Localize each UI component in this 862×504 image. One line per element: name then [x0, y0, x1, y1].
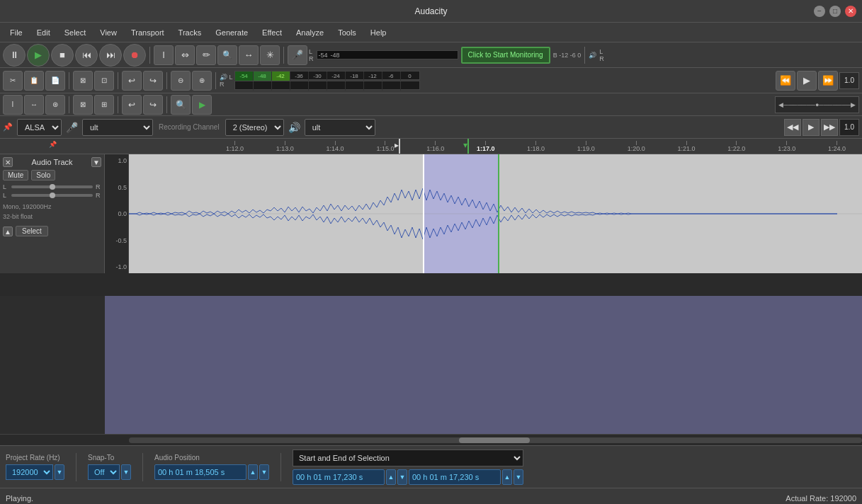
audio-position-value[interactable]: 00 h 01 m 18,505 s — [154, 464, 246, 480]
tool-envelope[interactable]: ⊠ — [73, 95, 93, 115]
menu-view[interactable]: View — [93, 25, 124, 40]
y-label--1.0: -1.0 — [106, 263, 127, 270]
undo2[interactable]: ↩ — [122, 95, 142, 115]
timeshift-tool[interactable]: ↔ — [239, 45, 259, 65]
horizontal-scrollbar[interactable] — [129, 437, 862, 443]
tool-zoom-fit[interactable]: ↔ — [24, 95, 44, 115]
selection-values: 00 h 01 m 17,230 s ▲ ▼ 00 h 01 m 17,230 … — [293, 469, 523, 485]
copy-button[interactable]: 📋 — [24, 71, 44, 91]
envelope-tool[interactable]: ⇔ — [175, 45, 195, 65]
recording-device-select[interactable]: ult — [82, 119, 153, 136]
audio-track-row: ✕ Audio Track ▼ Mute Solo L R L R — [0, 154, 862, 273]
play-button[interactable]: ▶ — [27, 44, 50, 67]
redo2[interactable]: ↪ — [143, 95, 163, 115]
zoom-in-button[interactable]: ⊕ — [192, 71, 212, 91]
trim-button[interactable]: ⊠ — [73, 71, 93, 91]
gain-slider[interactable] — [11, 185, 93, 188]
tracks-wrapper: ✕ Audio Track ▼ Mute Solo L R L R — [0, 154, 862, 296]
tmark-8: 1:20.0 — [611, 141, 662, 152]
playback-speed-slider[interactable]: ◀───────●───────▶ — [775, 96, 859, 113]
empty-track-area — [105, 296, 862, 434]
cut-button[interactable]: ✂ — [3, 71, 23, 91]
audio-host-select[interactable]: ALSA — [17, 119, 62, 136]
divider-1 — [76, 453, 76, 481]
tmark-3: 1:15.0 — [361, 141, 411, 152]
stop-button[interactable]: ■ — [51, 44, 74, 67]
menu-effect[interactable]: Effect — [255, 25, 289, 40]
waveform-area[interactable] — [129, 154, 862, 273]
snapto-select[interactable]: Off On — [88, 464, 120, 480]
snapto-dropdown[interactable]: ▼ — [121, 464, 131, 480]
playback-device-select[interactable]: ult — [305, 119, 375, 136]
pause-button[interactable]: ⏸ — [3, 44, 25, 67]
track-dropdown[interactable]: ▼ — [91, 157, 101, 167]
speed-prev[interactable]: ◀◀ — [784, 119, 801, 136]
tool-select-cursor[interactable]: I — [3, 95, 23, 115]
pin-timeline: 📌 — [49, 141, 57, 148]
mic-icon[interactable]: 🎤 — [288, 45, 307, 65]
draw-tool[interactable]: ✏ — [196, 45, 216, 65]
project-rate-select[interactable]: 192000 44100 48000 — [6, 464, 53, 480]
tool-draw2[interactable]: ⊞ — [94, 95, 114, 115]
paste-button[interactable]: 📄 — [45, 71, 65, 91]
playback-controls-row2: ⏪ ▶ ⏩ 1.0 — [776, 71, 859, 91]
toolbar-transport: ⏸ ▶ ■ ⏮ ⏭ ⏺ I ⇔ ✏ 🔍 ↔ ✳ 🎤 LR -54 -48 Cli… — [0, 42, 862, 68]
sel-start-up[interactable]: ▲ — [386, 469, 396, 485]
mute-solo-controls: Mute Solo — [3, 170, 101, 181]
close-button[interactable]: ✕ — [845, 6, 856, 17]
audio-position-up[interactable]: ▲ — [248, 464, 258, 480]
recording-channel-select[interactable]: 2 (Stereo) 1 (Mono) — [225, 119, 284, 136]
sel-end-up[interactable]: ▲ — [502, 469, 512, 485]
selection-end-value[interactable]: 00 h 01 m 17,230 s — [409, 469, 501, 485]
zoom-magnifier[interactable]: 🔍 — [171, 95, 191, 115]
mute-button[interactable]: Mute — [3, 170, 28, 181]
selection-tool[interactable]: I — [154, 45, 174, 65]
track-collapse-button[interactable]: ▲ — [3, 227, 13, 236]
track-close-button[interactable]: ✕ — [3, 157, 13, 167]
status-bar: Playing. Actual Rate: 192000 — [0, 488, 862, 504]
minimize-button[interactable]: − — [814, 6, 825, 17]
play-at-speed-prev[interactable]: ⏪ — [776, 71, 795, 91]
track-select-button[interactable]: Select — [16, 226, 48, 236]
menu-generate[interactable]: Generate — [208, 25, 255, 40]
actual-rate: Actual Rate: 192000 — [786, 494, 856, 503]
project-rate-dropdown[interactable]: ▼ — [55, 464, 64, 480]
undo-button[interactable]: ↩ — [122, 71, 142, 91]
pan-l-label: L — [3, 192, 8, 199]
sel-start-down[interactable]: ▼ — [397, 469, 407, 485]
sel-end-down[interactable]: ▼ — [514, 469, 523, 485]
tool-zoom-sel[interactable]: ⊛ — [45, 95, 65, 115]
menu-help[interactable]: Help — [363, 25, 394, 40]
audio-position-down[interactable]: ▼ — [259, 464, 269, 480]
pan-slider[interactable] — [11, 194, 93, 197]
menu-tools[interactable]: Tools — [331, 25, 363, 40]
play-at-speed[interactable]: ▶ — [797, 71, 817, 91]
selection-start-value[interactable]: 00 h 01 m 17,230 s — [293, 469, 385, 485]
menu-analyze[interactable]: Analyze — [289, 25, 331, 40]
play-at-speed-next[interactable]: ⏩ — [818, 71, 838, 91]
maximize-button[interactable]: □ — [829, 6, 841, 17]
scrollbar-thumb[interactable] — [459, 437, 530, 443]
skip-start-button[interactable]: ⏮ — [75, 44, 98, 67]
redo-button[interactable]: ↪ — [143, 71, 163, 91]
monitor-button[interactable]: Click to Start Monitoring — [461, 47, 550, 64]
speed-next[interactable]: ▶▶ — [821, 119, 838, 136]
menu-select[interactable]: Select — [57, 25, 93, 40]
menu-tracks[interactable]: Tracks — [171, 25, 209, 40]
play-btn2[interactable]: ▶ — [192, 95, 212, 115]
snapto-controls: Off On ▼ — [88, 464, 131, 480]
multi-tool[interactable]: ✳ — [260, 45, 280, 65]
menu-file[interactable]: File — [3, 25, 30, 40]
silence-button[interactable]: ⊡ — [94, 71, 114, 91]
record-button[interactable]: ⏺ — [123, 44, 146, 67]
speed-play[interactable]: ▶ — [803, 119, 820, 136]
zoom-tool[interactable]: 🔍 — [217, 45, 237, 65]
tmark-11: 1:23.0 — [761, 141, 812, 152]
skip-end-button[interactable]: ⏭ — [99, 44, 122, 67]
zoom-out-button[interactable]: ⊖ — [171, 71, 191, 91]
menu-edit[interactable]: Edit — [30, 25, 57, 40]
toolbar-sep9 — [118, 96, 118, 113]
menu-transport[interactable]: Transport — [124, 25, 171, 40]
selection-type-select[interactable]: Start and End of Selection Start and Len… — [293, 449, 523, 466]
solo-button[interactable]: Solo — [31, 170, 55, 181]
